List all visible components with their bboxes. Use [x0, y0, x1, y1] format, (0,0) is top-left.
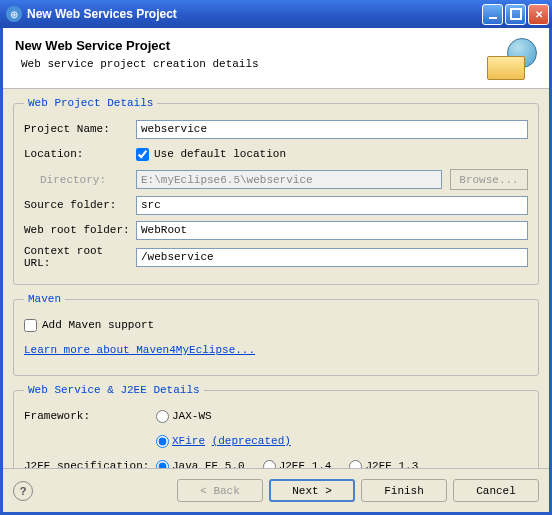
- add-maven-label: Add Maven support: [42, 319, 154, 331]
- j2ee-ee5-radio[interactable]: [156, 460, 169, 469]
- use-default-location-label: Use default location: [154, 148, 286, 160]
- project-name-label: Project Name:: [24, 123, 136, 135]
- source-folder-input[interactable]: [136, 196, 528, 215]
- directory-input: [136, 170, 442, 189]
- source-folder-label: Source folder:: [24, 199, 136, 211]
- framework-jaxws-radio[interactable]: [156, 410, 169, 423]
- next-button[interactable]: Next >: [269, 479, 355, 502]
- page-title: New Web Service Project: [15, 38, 487, 53]
- j2ee-14-option[interactable]: J2EE 1.4: [263, 460, 332, 469]
- maximize-button[interactable]: [505, 4, 526, 25]
- j2ee-ee5-option[interactable]: Java EE 5.0: [156, 460, 245, 469]
- j2ee-spec-label: J2EE specification:: [24, 460, 156, 468]
- banner: New Web Service Project Web service proj…: [3, 28, 549, 89]
- window-title: New Web Services Project: [27, 7, 482, 21]
- radio-label: Java EE 5.0: [172, 460, 245, 468]
- radio-label: J2EE 1.4: [279, 460, 332, 468]
- context-root-label: Context root URL:: [24, 245, 136, 269]
- titlebar: ⊕ New Web Services Project: [0, 0, 552, 28]
- finish-button[interactable]: Finish: [361, 479, 447, 502]
- project-name-input[interactable]: [136, 120, 528, 139]
- maven-group: Maven Add Maven support Learn more about…: [13, 293, 539, 376]
- app-icon: ⊕: [6, 6, 22, 22]
- location-label: Location:: [24, 148, 136, 160]
- web-project-details-group: Web Project Details Project Name: Locati…: [13, 97, 539, 285]
- radio-label: XFire (deprecated): [172, 435, 291, 447]
- back-button: < Back: [177, 479, 263, 502]
- radio-label: JAX-WS: [172, 410, 212, 422]
- group-legend: Web Project Details: [24, 97, 157, 109]
- window-controls: [482, 4, 549, 25]
- close-button[interactable]: [528, 4, 549, 25]
- webservice-j2ee-group: Web Service & J2EE Details Framework: JA…: [13, 384, 539, 468]
- cancel-button[interactable]: Cancel: [453, 479, 539, 502]
- context-root-input[interactable]: [136, 248, 528, 267]
- group-legend: Maven: [24, 293, 65, 305]
- j2ee-14-radio[interactable]: [263, 460, 276, 469]
- framework-jaxws-option[interactable]: JAX-WS: [156, 410, 212, 423]
- minimize-button[interactable]: [482, 4, 503, 25]
- directory-label: Directory:: [24, 174, 136, 186]
- help-button[interactable]: ?: [13, 481, 33, 501]
- framework-label: Framework:: [24, 410, 156, 422]
- j2ee-13-option[interactable]: J2EE 1.3: [349, 460, 418, 469]
- group-legend: Web Service & J2EE Details: [24, 384, 204, 396]
- page-subtitle: Web service project creation details: [21, 58, 487, 70]
- use-default-location-checkbox[interactable]: [136, 148, 149, 161]
- j2ee-13-radio[interactable]: [349, 460, 362, 469]
- browse-button: Browse...: [450, 169, 528, 190]
- radio-label: J2EE 1.3: [365, 460, 418, 468]
- maven-learn-more-link[interactable]: Learn more about Maven4MyEclipse...: [24, 344, 255, 356]
- web-root-label: Web root folder:: [24, 224, 136, 236]
- framework-xfire-radio[interactable]: [156, 435, 169, 448]
- wizard-icon: [487, 38, 537, 80]
- add-maven-checkbox[interactable]: [24, 319, 37, 332]
- web-root-input[interactable]: [136, 221, 528, 240]
- button-bar: ? < Back Next > Finish Cancel: [3, 468, 549, 512]
- framework-xfire-option[interactable]: XFire (deprecated): [156, 435, 291, 448]
